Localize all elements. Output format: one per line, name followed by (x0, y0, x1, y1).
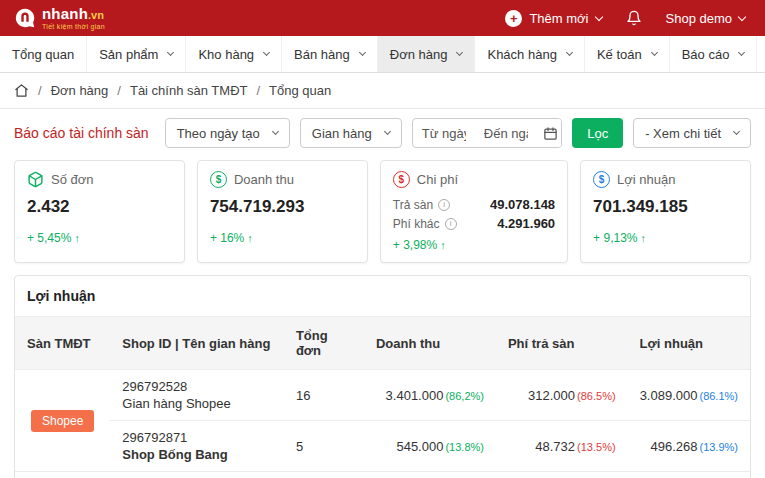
chevron-down-icon (733, 128, 740, 135)
breadcrumb-separator: / (256, 83, 260, 98)
shop-id: 296792871 (122, 430, 272, 445)
orders-cell: 16 (284, 370, 364, 421)
plus-icon: + (505, 10, 522, 27)
shopee-badge: Shopee (31, 410, 94, 432)
shop-name: Shop Bống Bang (122, 447, 272, 462)
profit-table: Sàn TMĐT Shop ID | Tên gian hàng Tổng đơ… (15, 316, 750, 478)
chevron-down-icon (359, 49, 366, 56)
info-icon[interactable]: i (438, 199, 450, 211)
store-select[interactable]: Gian hàng (300, 118, 402, 148)
add-new-label: Thêm mới (529, 11, 588, 26)
chevron-down-icon (651, 49, 658, 56)
top-header: nhanh.vn Tiết kiệm thời gian + Thêm mới … (0, 0, 765, 36)
stat-card-costs: $ Chi phí Trả sàn i 49.078.148 Phí khác … (380, 160, 568, 263)
trend-up-icon: ↑ (74, 232, 80, 244)
orders-cell: 5 (284, 421, 364, 472)
chevron-down-icon (738, 49, 745, 56)
logo-tagline: Tiết kiệm thời gian (42, 23, 105, 30)
total-fee: 360.732 (496, 472, 628, 478)
home-icon[interactable] (14, 83, 29, 98)
profit-table-card: Lợi nhuận Sàn TMĐT Shop ID | Tên gian hà… (14, 275, 751, 478)
nav-item-website[interactable]: Website (757, 36, 765, 72)
stat-label: Số đơn (51, 172, 94, 187)
shop-name: Shop demo (666, 11, 733, 26)
total-revenue: 3.946.000 (364, 472, 496, 478)
from-date-input[interactable] (413, 119, 475, 147)
stat-label: Lợi nhuận (617, 172, 675, 187)
table-total-row: Tổng Shopee 21 3.946.000 360.732 3.585.2… (15, 472, 750, 478)
breadcrumb: / Đơn hàng / Tài chính sàn TMĐT / Tổng q… (0, 73, 765, 109)
platform-cell: Shopee (15, 370, 110, 472)
chevron-down-icon (738, 12, 746, 20)
fee-cell: 312.000(86.5%) (496, 370, 628, 421)
logo[interactable]: nhanh.vn Tiết kiệm thời gian (14, 6, 105, 30)
view-detail-select[interactable]: - Xem chi tiết (633, 118, 751, 148)
stat-value: 2.432 (27, 197, 172, 217)
nav-item-ke-toan[interactable]: Kế toán (585, 36, 670, 72)
filter-button[interactable]: Lọc (572, 118, 623, 148)
breadcrumb-item-tong-quan[interactable]: Tổng quan (269, 83, 331, 98)
profit-cell: 496.268(13.9%) (628, 421, 750, 472)
nav-item-san-pham[interactable]: Sản phẩm (87, 36, 186, 72)
shop-name: Gian hàng Shopee (122, 396, 272, 411)
chevron-down-icon (456, 49, 463, 56)
notification-bell-icon[interactable] (626, 10, 642, 26)
col-header-orders: Tổng đơn (284, 317, 364, 370)
breadcrumb-separator: / (117, 83, 121, 98)
table-title: Lợi nhuận (15, 276, 750, 316)
breadcrumb-separator: / (38, 83, 42, 98)
nav-item-khach-hang[interactable]: Khách hàng (475, 36, 584, 72)
fee-cell: 48.732(13.5%) (496, 421, 628, 472)
nav-item-don-hang[interactable]: Đơn hàng (378, 36, 476, 72)
calendar-icon-button[interactable] (537, 119, 562, 147)
total-profit: 3.585.268 (628, 472, 750, 478)
revenue-cell: 545.000(13.8%) (364, 421, 496, 472)
chevron-down-icon (566, 49, 573, 56)
stat-value: 701.349.185 (593, 197, 738, 217)
nav-item-ban-hang[interactable]: Bán hàng (282, 36, 378, 72)
table-header-row: Sàn TMĐT Shop ID | Tên gian hàng Tổng đơ… (15, 317, 750, 370)
page-title: Báo cáo tài chính sàn (14, 125, 149, 141)
stat-card-profit: $ Lợi nhuận 701.349.185 + 9,13%↑ (580, 160, 751, 263)
breadcrumb-item-don-hang[interactable]: Đơn hàng (51, 83, 109, 98)
profit-cell: 3.089.000(86.1%) (628, 370, 750, 421)
package-icon (27, 171, 44, 188)
logo-text: nhanh.vn (42, 6, 105, 21)
total-label: Tổng Shopee (110, 472, 284, 478)
breadcrumb-item-tai-chinh-san[interactable]: Tài chính sàn TMĐT (130, 83, 248, 98)
filter-bar: Báo cáo tài chính sàn Theo ngày tạo Gian… (0, 109, 765, 157)
stat-change: + 5,45%↑ (27, 231, 172, 245)
info-icon[interactable]: i (445, 218, 457, 230)
shop-selector[interactable]: Shop demo (660, 10, 752, 27)
stat-change: + 9,13%↑ (593, 231, 738, 245)
trend-up-icon: ↑ (440, 239, 446, 251)
dollar-icon: $ (210, 171, 227, 188)
stat-change: + 3,98%↑ (393, 238, 555, 252)
trend-up-icon: ↑ (640, 232, 646, 244)
cost-row-platform-fee: Trả sàn i 49.078.148 (393, 197, 555, 212)
dollar-icon: $ (393, 171, 410, 188)
shop-id: 296792528 (122, 379, 272, 394)
nav-item-bao-cao[interactable]: Báo cáo (670, 36, 758, 72)
stat-card-orders: Số đơn 2.432 + 5,45%↑ (14, 160, 185, 263)
cost-row-other-fee: Phí khác i 4.291.960 (393, 216, 555, 231)
col-header-fee: Phí trả sàn (496, 317, 628, 370)
add-new-button[interactable]: + Thêm mới (499, 9, 607, 28)
to-date-input[interactable] (475, 119, 537, 147)
date-type-select[interactable]: Theo ngày tạo (165, 118, 290, 148)
nav-item-tong-quan[interactable]: Tổng quan (0, 36, 87, 72)
date-range-group (412, 118, 562, 148)
chevron-down-icon (167, 49, 174, 56)
col-header-shop: Shop ID | Tên gian hàng (110, 317, 284, 370)
nhanh-logo-icon (14, 7, 36, 29)
stats-row: Số đơn 2.432 + 5,45%↑ $ Doanh thu 754.71… (0, 157, 765, 275)
chevron-down-icon (384, 128, 391, 135)
stat-card-revenue: $ Doanh thu 754.719.293 + 16%↑ (197, 160, 368, 263)
dollar-icon: $ (593, 171, 610, 188)
revenue-cell: 3.401.000(86,2%) (364, 370, 496, 421)
chevron-down-icon (594, 12, 602, 20)
chevron-down-icon (272, 128, 279, 135)
stat-value: 754.719.293 (210, 197, 355, 217)
col-header-profit: Lợi nhuận (628, 317, 750, 370)
nav-item-kho-hang[interactable]: Kho hàng (186, 36, 282, 72)
